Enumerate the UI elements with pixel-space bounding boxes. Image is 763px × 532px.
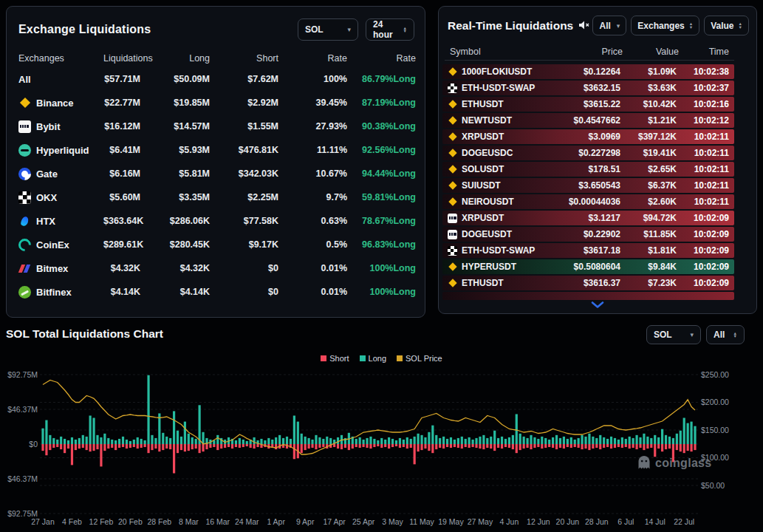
exchange-table-row[interactable]: Bitfinex$4.14K$4.14K$00.01%100%Long bbox=[7, 280, 425, 304]
symbol-cell: 1000FLOKIUSDT bbox=[448, 66, 566, 77]
long_rate-cell: 86.79%Long bbox=[347, 74, 416, 84]
exchange-table-header: ExchangesLiquidationsLongShortRateRate bbox=[7, 50, 425, 67]
exchange-name-cell: Bitfinex bbox=[18, 286, 103, 299]
coinglass-ghost-icon bbox=[637, 455, 651, 471]
realtime-table-row[interactable] bbox=[442, 292, 734, 300]
exchange-table-row[interactable]: Gate$6.16M$5.81M$342.03K10.67%94.44%Long bbox=[7, 162, 425, 185]
svg-text:12 Jun: 12 Jun bbox=[527, 517, 550, 526]
price-cell: $0.22902 bbox=[566, 229, 620, 239]
short-cell: $1.55M bbox=[210, 121, 278, 132]
time-cell: 10:02:11 bbox=[677, 180, 729, 191]
column-header: Short bbox=[210, 53, 278, 64]
rate-cell: 10.67% bbox=[278, 168, 347, 179]
price-cell: $0.12264 bbox=[566, 66, 620, 77]
sound-muted-icon[interactable] bbox=[578, 20, 590, 33]
realtime-value-sort-button[interactable]: Value ▲▼ bbox=[704, 16, 749, 35]
symbol-name: NEWTUSDT bbox=[462, 115, 512, 126]
realtime-value-label: Value bbox=[711, 21, 733, 31]
realtime-filter-value: All bbox=[599, 21, 610, 31]
short-cell: $476.81K bbox=[210, 145, 278, 155]
realtime-table-row[interactable]: SOLUSDT$178.51$2.65K10:02:11 bbox=[442, 162, 734, 177]
realtime-table-row[interactable]: NEIROUSDT$0.00044036$2.60K10:02:11 bbox=[442, 194, 734, 209]
exchange-table-row[interactable]: Bitmex$4.32K$4.32K$00.01%100%Long bbox=[7, 256, 425, 280]
realtime-exchanges-sort-button[interactable]: Exchanges ▲▼ bbox=[631, 16, 699, 35]
exchange-table-row[interactable]: CoinEx$289.61K$280.45K$9.17K0.5%96.83%Lo… bbox=[7, 233, 425, 256]
exchange-period-value: 24 hour bbox=[373, 19, 399, 40]
realtime-table-row[interactable]: XRPUSDT$3.0969$397.12K10:02:11 bbox=[442, 129, 734, 144]
column-header: Exchanges bbox=[18, 53, 103, 64]
binance-icon bbox=[18, 97, 31, 109]
exchange-name: Binance bbox=[36, 98, 74, 109]
coinex-icon bbox=[16, 236, 33, 253]
exchange-coin-dropdown[interactable]: SOL ▾ bbox=[298, 18, 358, 41]
exchange-period-dropdown[interactable]: 24 hour ▲▼ bbox=[366, 18, 414, 41]
exchange-name: Gate bbox=[36, 168, 58, 180]
symbol-name: HYPERUSDT bbox=[462, 262, 516, 272]
exchange-name: Bitfinex bbox=[36, 287, 72, 298]
chart-range-dropdown[interactable]: All ▲▼ bbox=[706, 325, 745, 344]
time-cell: 10:02:09 bbox=[677, 213, 729, 223]
realtime-table-row[interactable]: 1000FLOKIUSDT$0.12264$1.09K10:02:38 bbox=[442, 64, 734, 79]
realtime-table-row[interactable]: DOGEUSDC$0.227298$19.41K10:02:11 bbox=[442, 146, 734, 160]
exchange-table-row[interactable]: HTX$363.64K$286.06K$77.58K0.63%78.67%Lon… bbox=[7, 209, 425, 233]
realtime-table-row[interactable]: ETH-USDT-SWAP$3617.18$1.81K10:02:09 bbox=[442, 243, 734, 258]
symbol-cell: SOLUSDT bbox=[448, 164, 566, 174]
exchange-name: Hyperliquid bbox=[36, 145, 89, 156]
time-cell: 10:02:11 bbox=[677, 197, 729, 207]
realtime-table-row[interactable]: NEWTUSDT$0.4547662$1.21K10:02:12 bbox=[442, 113, 734, 128]
rate-cell: 100% bbox=[278, 74, 347, 84]
binance-icon bbox=[448, 132, 457, 142]
long_rate-cell: 87.19%Long bbox=[347, 98, 416, 108]
exchange-name-cell: Bybit bbox=[18, 120, 103, 133]
realtime-table-row[interactable]: ETHUSDT$3615.22$10.42K10:02:16 bbox=[442, 97, 734, 112]
price-cell: $0.4547662 bbox=[566, 115, 620, 126]
symbol-cell: SUIUSDT bbox=[448, 180, 566, 191]
exchange-table-row[interactable]: All$57.71M$50.09M$7.62M100%86.79%Long bbox=[7, 67, 425, 91]
realtime-table-row[interactable]: DOGEUSDT$0.22902$11.85K10:02:09 bbox=[442, 227, 734, 242]
column-header: Long bbox=[140, 53, 210, 64]
bitfinex-icon bbox=[18, 286, 31, 299]
svg-text:$46.37M: $46.37M bbox=[7, 405, 38, 414]
value-cell: $11.85K bbox=[620, 229, 677, 239]
value-cell: $2.60K bbox=[620, 197, 677, 207]
short-cell: $342.03K bbox=[210, 168, 278, 179]
exchange-table-row[interactable]: Hyperliquid$6.41M$5.93M$476.81K11.11%92.… bbox=[7, 138, 425, 162]
realtime-table-body: 1000FLOKIUSDT$0.12264$1.09K10:02:38ETH-U… bbox=[442, 64, 734, 300]
realtime-table-row[interactable]: XRPUSDT$3.1217$94.72K10:02:09 bbox=[442, 211, 734, 225]
column-header: Rate bbox=[278, 53, 347, 64]
short-cell: $2.92M bbox=[210, 98, 278, 108]
exchange-table-row[interactable]: OKX$5.60M$3.35M$2.25M9.7%59.81%Long bbox=[7, 185, 425, 209]
svg-text:24 Mar: 24 Mar bbox=[235, 517, 259, 526]
realtime-table-row[interactable]: HYPERUSDT$0.5080604$9.84K10:02:09 bbox=[442, 259, 734, 274]
short-cell: $9.17K bbox=[210, 239, 278, 250]
liquidations-chart[interactable]: $92.75M$46.37M$0$46.37M$92.75M$250.00$20… bbox=[0, 347, 763, 532]
time-cell: 10:02:09 bbox=[677, 245, 729, 256]
long-cell: $286.06K bbox=[140, 216, 210, 226]
svg-text:19 May: 19 May bbox=[438, 517, 464, 526]
htx-icon bbox=[18, 215, 31, 228]
liquidations-cell: $363.64K bbox=[103, 216, 140, 226]
symbol-cell: ETH-USDT-SWAP bbox=[448, 83, 566, 93]
exchange-name-cell: All bbox=[18, 73, 103, 86]
binance-icon bbox=[448, 116, 457, 126]
realtime-table-row[interactable]: SUIUSDT$3.650543$6.37K10:02:11 bbox=[442, 178, 734, 193]
column-header: Liquidations bbox=[103, 53, 140, 64]
svg-text:$50.00: $50.00 bbox=[701, 481, 725, 490]
exchange-table-row[interactable]: Bybit$16.12M$14.57M$1.55M27.93%90.38%Lon… bbox=[7, 115, 425, 138]
realtime-table-row[interactable]: ETH-USDT-SWAP$3632.15$3.63K10:02:37 bbox=[442, 81, 734, 95]
price-cell: $3617.18 bbox=[566, 245, 620, 256]
chart-coin-dropdown[interactable]: SOL ▾ bbox=[646, 325, 701, 344]
symbol-name: NEIROUSDT bbox=[462, 197, 514, 207]
exchange-table-row[interactable]: Binance$22.77M$19.85M$2.92M39.45%87.19%L… bbox=[7, 91, 425, 115]
liquidations-cell: $289.61K bbox=[103, 239, 140, 250]
realtime-filter-dropdown[interactable]: All ▾ bbox=[592, 16, 626, 35]
value-cell: $2.65K bbox=[620, 164, 677, 174]
realtime-table-row[interactable]: ETHUSDT$3616.37$7.23K10:02:09 bbox=[442, 276, 734, 290]
time-cell: 10:02:38 bbox=[677, 66, 729, 77]
rate-cell: 9.7% bbox=[278, 192, 347, 202]
expand-more-chevron-icon[interactable] bbox=[591, 298, 604, 311]
column-header: Price bbox=[568, 47, 623, 57]
svg-text:$150.00: $150.00 bbox=[701, 426, 729, 434]
short-cell: $7.62M bbox=[210, 74, 278, 84]
exchange-name-cell: CoinEx bbox=[18, 239, 103, 251]
